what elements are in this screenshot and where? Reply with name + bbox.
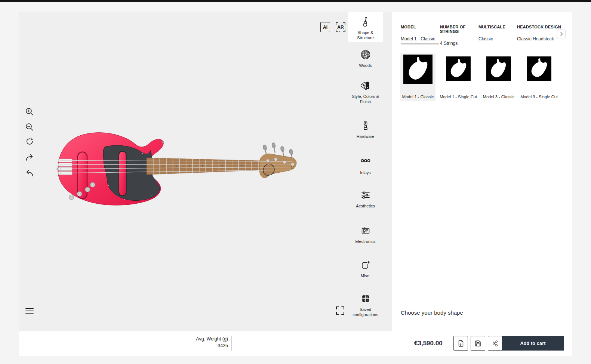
model-option-label: Model 3 - Single Cut [520, 95, 558, 99]
add-to-cart-button[interactable]: Add to cart [502, 336, 564, 351]
rail-label: Aesthetics [348, 203, 383, 209]
undo-arrow-icon [25, 169, 34, 178]
ar-label: AR [336, 22, 345, 32]
rail-label: Saved configurations [348, 307, 383, 317]
rail-label: Electronics [348, 239, 383, 244]
undo-button[interactable] [25, 169, 35, 179]
rail-label: Style, Colors & Finish [348, 94, 383, 104]
zoom-in-icon [25, 107, 34, 116]
section-prompt: Choose your body shape [401, 309, 463, 316]
ai-label: AI [323, 25, 327, 30]
fullscreen-button[interactable] [336, 306, 345, 316]
pdf-document-icon [457, 339, 465, 348]
3d-viewer-canvas[interactable]: AI AR [19, 12, 392, 331]
model-option-label: Model 1 - Classic [402, 95, 434, 99]
rail-item-aesthetics[interactable]: Aesthetics [348, 190, 383, 209]
tab-value: Model 1 - Classic [401, 36, 440, 41]
hamburger-icon [25, 306, 34, 315]
category-rail: Shape & Structure Woods Style, Colors & … [348, 12, 383, 331]
reset-rotation-button[interactable] [25, 138, 35, 147]
model-option-3-single-cut[interactable]: Model 3 - Single Cut [521, 53, 557, 101]
body-shape-thumbnail [403, 55, 433, 84]
zoom-out-button[interactable] [25, 123, 35, 132]
model-option-label: Model 1 - Single Cut [440, 95, 477, 99]
rail-item-electronics[interactable]: Electronics [348, 226, 383, 244]
redo-button[interactable] [25, 153, 35, 163]
redo-arrow-icon [25, 153, 34, 162]
rail-label: Woods [348, 63, 383, 68]
model-option-1-single-cut[interactable]: Model 1 - Single Cut [441, 53, 476, 101]
guitar-icon [361, 17, 370, 27]
zoom-out-icon [25, 123, 34, 132]
rail-item-saved-configurations[interactable]: Saved configurations [348, 294, 383, 317]
export-pdf-button[interactable] [453, 336, 468, 351]
body-shape-thumbnail [486, 56, 511, 81]
bass-guitar-render [56, 131, 306, 207]
chevron-right-icon [558, 31, 564, 37]
ai-button[interactable]: AI [320, 22, 330, 32]
rail-label: Hardware [348, 134, 383, 139]
fullscreen-icon [336, 306, 345, 315]
tab-title: NUMBER OF STRINGS [440, 25, 478, 34]
weight-value: 3425 [176, 342, 228, 349]
save-configuration-button[interactable] [471, 336, 485, 351]
floppy-disk-icon [474, 339, 482, 348]
price: €3,590.00 [414, 331, 443, 356]
model-option-1-classic[interactable]: Model 1 - Classic [400, 53, 435, 101]
next-tabs-button[interactable] [557, 30, 566, 38]
zoom-in-button[interactable] [25, 107, 35, 117]
grid-icon [361, 294, 370, 303]
body-shape-thumbnail [446, 56, 471, 81]
tab-title: HEADSTOCK DESIGN [517, 25, 564, 29]
rail-label: Inlays [348, 170, 383, 175]
wood-rings-icon [361, 50, 370, 59]
model-option-3-classic[interactable]: Model 3 - Classic [481, 53, 516, 101]
ar-button[interactable]: AR [336, 22, 345, 32]
rail-item-inlays[interactable]: Inlays [348, 158, 383, 175]
tab-title: MULTISCALE [478, 25, 517, 29]
weight-label: Avg. Weight (g) [176, 336, 228, 342]
rail-item-style-colors-finish[interactable]: Style, Colors & Finish [348, 81, 383, 104]
share-button[interactable] [488, 336, 502, 351]
rail-item-woods[interactable]: Woods [348, 50, 383, 68]
top-black-bar [0, 0, 591, 2]
weight-readout: Avg. Weight (g) 3425 [176, 336, 231, 351]
tuning-machine-icon [361, 121, 370, 130]
rail-item-hardware[interactable]: Hardware [348, 121, 383, 139]
sliders-icon [361, 190, 370, 200]
rotate-icon [25, 138, 34, 146]
share-icon [491, 339, 499, 348]
options-panel: MODEL Model 1 - Classic NUMBER OF STRING… [392, 12, 572, 331]
tab-title: MODEL [401, 25, 440, 29]
tab-multiscale[interactable]: MULTISCALE Classic [478, 25, 517, 46]
menu-button[interactable] [25, 306, 35, 316]
selected-tab-indicator [401, 43, 439, 44]
tab-value: Classic [478, 36, 517, 41]
body-shape-thumbnail [527, 56, 551, 81]
rail-item-misc[interactable]: Misc. [348, 260, 383, 278]
three-dots-icon [361, 158, 370, 164]
model-option-label: Model 3 - Classic [483, 95, 514, 99]
model-options: Model 1 - Classic Model 1 - Single Cut M… [400, 53, 557, 101]
rail-label: Shape & Structure [348, 30, 383, 40]
rail-item-shape-structure[interactable]: Shape & Structure [348, 12, 383, 42]
tab-value: 4 Strings [440, 41, 478, 46]
add-box-icon [361, 260, 370, 270]
color-swatches-icon [361, 81, 370, 90]
footer-bar: Avg. Weight (g) 3425 €3,590.00 Add to ca… [19, 331, 572, 356]
circuit-board-icon [361, 226, 370, 235]
configurator-page: AI AR [0, 0, 591, 364]
tab-number-of-strings[interactable]: NUMBER OF STRINGS 4 Strings [440, 25, 478, 46]
rail-label: Misc. [348, 273, 383, 278]
